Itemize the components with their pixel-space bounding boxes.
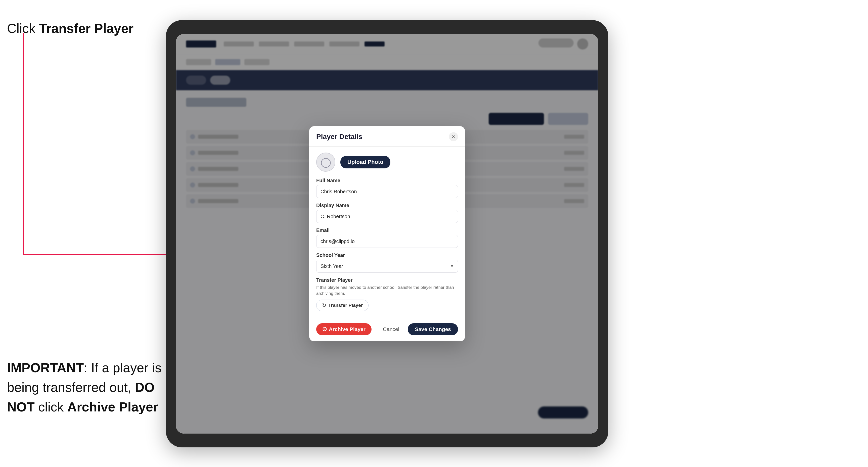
important-label: IMPORTANT: [7, 361, 84, 375]
transfer-player-button[interactable]: ↻ Transfer Player: [316, 300, 369, 311]
modal-header: Player Details ×: [309, 126, 465, 147]
user-icon: ◯: [320, 157, 331, 168]
display-name-input[interactable]: [316, 210, 458, 223]
archive-player-label: Archive Player: [67, 400, 158, 414]
modal-close-button[interactable]: ×: [449, 132, 458, 141]
full-name-input[interactable]: [316, 185, 458, 198]
full-name-group: Full Name: [316, 178, 458, 198]
instruction-bottom-text3: click: [35, 400, 67, 414]
annotation-vertical-line: [23, 33, 24, 254]
email-group: Email: [316, 227, 458, 248]
tablet-device: Player Details × ◯ Upload Photo Full Nam…: [166, 20, 608, 447]
display-name-group: Display Name: [316, 203, 458, 223]
instruction-bottom: IMPORTANT: If a player is being transfer…: [7, 358, 163, 417]
modal-title: Player Details: [316, 133, 363, 141]
upload-photo-button[interactable]: Upload Photo: [340, 156, 391, 168]
modal-footer: ∅ Archive Player Cancel Save Changes: [309, 319, 465, 341]
cancel-button[interactable]: Cancel: [378, 323, 404, 335]
avatar-row: ◯ Upload Photo: [316, 153, 458, 172]
save-changes-button[interactable]: Save Changes: [408, 323, 458, 335]
instruction-top-bold: Transfer Player: [39, 21, 133, 36]
full-name-label: Full Name: [316, 178, 458, 184]
player-details-modal: Player Details × ◯ Upload Photo Full Nam…: [309, 126, 465, 341]
email-label: Email: [316, 227, 458, 233]
transfer-player-button-label: Transfer Player: [328, 303, 363, 308]
modal-body: ◯ Upload Photo Full Name Display Name: [309, 147, 465, 319]
email-input[interactable]: [316, 235, 458, 248]
transfer-player-section: Transfer Player If this player has moved…: [316, 277, 458, 311]
transfer-player-description: If this player has moved to another scho…: [316, 284, 458, 297]
instruction-top: Click Transfer Player: [7, 20, 133, 37]
archive-icon: ∅: [322, 326, 327, 332]
school-year-select[interactable]: Sixth Year: [316, 260, 458, 273]
modal-overlay: Player Details × ◯ Upload Photo Full Nam…: [176, 34, 598, 434]
transfer-icon: ↻: [322, 302, 326, 308]
school-year-select-wrapper: Sixth Year ▼: [316, 260, 458, 273]
school-year-group: School Year Sixth Year ▼: [316, 252, 458, 273]
school-year-label: School Year: [316, 252, 458, 258]
archive-player-label: Archive Player: [329, 326, 366, 332]
transfer-player-title: Transfer Player: [316, 277, 458, 283]
display-name-label: Display Name: [316, 203, 458, 208]
archive-player-button[interactable]: ∅ Archive Player: [316, 323, 372, 335]
avatar-circle: ◯: [316, 153, 335, 172]
tablet-screen: Player Details × ◯ Upload Photo Full Nam…: [176, 34, 598, 434]
